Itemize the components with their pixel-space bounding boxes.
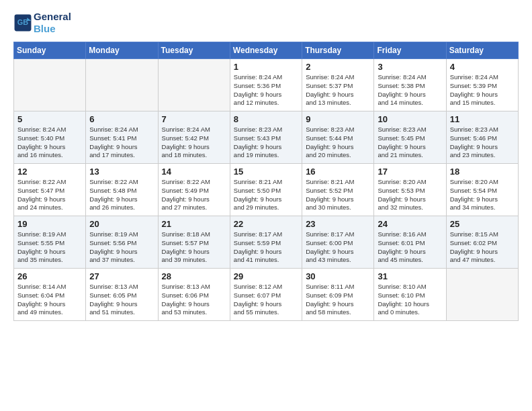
day-info: Sunrise: 8:20 AMSunset: 5:54 PMDaylight:… bbox=[450, 178, 515, 212]
calendar-cell: 14Sunrise: 8:22 AMSunset: 5:49 PMDayligh… bbox=[158, 164, 230, 216]
calendar-cell: 15Sunrise: 8:21 AMSunset: 5:50 PMDayligh… bbox=[230, 164, 302, 216]
weekday-saturday: Saturday bbox=[446, 42, 518, 59]
calendar-cell: 4Sunrise: 8:24 AMSunset: 5:39 PMDaylight… bbox=[446, 59, 518, 111]
day-number: 14 bbox=[162, 167, 226, 177]
page: GB General Blue SundayMondayTuesdayWedne… bbox=[0, 0, 532, 411]
calendar-cell: 8Sunrise: 8:23 AMSunset: 5:43 PMDaylight… bbox=[230, 111, 302, 164]
calendar-cell: 11Sunrise: 8:23 AMSunset: 5:46 PMDayligh… bbox=[446, 111, 518, 164]
logo: GB General Blue bbox=[13, 11, 71, 35]
day-number: 22 bbox=[234, 219, 298, 229]
day-number: 17 bbox=[378, 167, 442, 177]
svg-text:GB: GB bbox=[17, 18, 28, 26]
calendar-cell: 5Sunrise: 8:24 AMSunset: 5:40 PMDaylight… bbox=[14, 111, 86, 164]
calendar-cell: 24Sunrise: 8:16 AMSunset: 6:01 PMDayligh… bbox=[374, 216, 446, 269]
day-number: 3 bbox=[378, 62, 442, 72]
calendar-week-0: 1Sunrise: 8:24 AMSunset: 5:36 PMDaylight… bbox=[14, 59, 519, 111]
calendar-cell: 6Sunrise: 8:24 AMSunset: 5:41 PMDaylight… bbox=[86, 111, 158, 164]
calendar-cell: 31Sunrise: 8:10 AMSunset: 6:10 PMDayligh… bbox=[374, 269, 446, 321]
calendar-cell: 17Sunrise: 8:20 AMSunset: 5:53 PMDayligh… bbox=[374, 164, 446, 216]
calendar-week-2: 12Sunrise: 8:22 AMSunset: 5:47 PMDayligh… bbox=[14, 164, 519, 216]
day-number: 28 bbox=[162, 271, 226, 281]
logo-icon: GB bbox=[13, 13, 32, 32]
day-info: Sunrise: 8:10 AMSunset: 6:10 PMDaylight:… bbox=[378, 283, 442, 317]
calendar-cell: 27Sunrise: 8:13 AMSunset: 6:05 PMDayligh… bbox=[86, 269, 158, 321]
day-info: Sunrise: 8:22 AMSunset: 5:48 PMDaylight:… bbox=[89, 178, 154, 212]
day-number: 21 bbox=[162, 219, 226, 229]
day-number: 27 bbox=[89, 271, 154, 281]
calendar-cell: 12Sunrise: 8:22 AMSunset: 5:47 PMDayligh… bbox=[14, 164, 86, 216]
calendar-cell: 21Sunrise: 8:18 AMSunset: 5:57 PMDayligh… bbox=[158, 216, 230, 269]
day-info: Sunrise: 8:13 AMSunset: 6:05 PMDaylight:… bbox=[89, 283, 154, 317]
day-number: 29 bbox=[234, 271, 298, 281]
day-number: 25 bbox=[450, 219, 515, 229]
day-number: 18 bbox=[450, 167, 515, 177]
day-number: 23 bbox=[306, 219, 370, 229]
weekday-sunday: Sunday bbox=[14, 42, 86, 59]
calendar-cell: 26Sunrise: 8:14 AMSunset: 6:04 PMDayligh… bbox=[14, 269, 86, 321]
day-number: 12 bbox=[17, 167, 82, 177]
calendar-cell bbox=[446, 269, 518, 321]
calendar-cell: 20Sunrise: 8:19 AMSunset: 5:56 PMDayligh… bbox=[86, 216, 158, 269]
day-number: 13 bbox=[89, 167, 154, 177]
day-number: 5 bbox=[17, 114, 82, 124]
day-number: 1 bbox=[234, 62, 298, 72]
calendar-cell: 30Sunrise: 8:11 AMSunset: 6:09 PMDayligh… bbox=[302, 269, 374, 321]
weekday-thursday: Thursday bbox=[302, 42, 374, 59]
day-number: 10 bbox=[378, 114, 442, 124]
calendar-cell: 29Sunrise: 8:12 AMSunset: 6:07 PMDayligh… bbox=[230, 269, 302, 321]
calendar-cell: 2Sunrise: 8:24 AMSunset: 5:37 PMDaylight… bbox=[302, 59, 374, 111]
calendar-cell bbox=[14, 59, 86, 111]
day-info: Sunrise: 8:24 AMSunset: 5:36 PMDaylight:… bbox=[234, 73, 298, 107]
day-info: Sunrise: 8:21 AMSunset: 5:52 PMDaylight:… bbox=[306, 178, 370, 212]
day-info: Sunrise: 8:23 AMSunset: 5:46 PMDaylight:… bbox=[450, 126, 515, 160]
day-number: 31 bbox=[378, 271, 442, 281]
day-number: 9 bbox=[306, 114, 370, 124]
day-info: Sunrise: 8:14 AMSunset: 6:04 PMDaylight:… bbox=[17, 283, 82, 317]
day-number: 16 bbox=[306, 167, 370, 177]
calendar-cell: 1Sunrise: 8:24 AMSunset: 5:36 PMDaylight… bbox=[230, 59, 302, 111]
logo-line1: General bbox=[34, 11, 71, 23]
weekday-monday: Monday bbox=[86, 42, 158, 59]
day-info: Sunrise: 8:11 AMSunset: 6:09 PMDaylight:… bbox=[306, 283, 370, 317]
day-number: 24 bbox=[378, 219, 442, 229]
day-info: Sunrise: 8:16 AMSunset: 6:01 PMDaylight:… bbox=[378, 230, 442, 265]
day-info: Sunrise: 8:17 AMSunset: 5:59 PMDaylight:… bbox=[234, 230, 298, 265]
logo-line2: Blue bbox=[34, 23, 71, 35]
day-info: Sunrise: 8:17 AMSunset: 6:00 PMDaylight:… bbox=[306, 230, 370, 265]
day-info: Sunrise: 8:24 AMSunset: 5:37 PMDaylight:… bbox=[306, 73, 370, 107]
header: GB General Blue bbox=[13, 11, 519, 35]
day-number: 8 bbox=[234, 114, 298, 124]
day-number: 6 bbox=[89, 114, 154, 124]
calendar-cell: 28Sunrise: 8:13 AMSunset: 6:06 PMDayligh… bbox=[158, 269, 230, 321]
day-info: Sunrise: 8:24 AMSunset: 5:39 PMDaylight:… bbox=[450, 73, 515, 107]
weekday-wednesday: Wednesday bbox=[230, 42, 302, 59]
calendar-cell: 7Sunrise: 8:24 AMSunset: 5:42 PMDaylight… bbox=[158, 111, 230, 164]
calendar-week-1: 5Sunrise: 8:24 AMSunset: 5:40 PMDaylight… bbox=[14, 111, 519, 164]
weekday-tuesday: Tuesday bbox=[158, 42, 230, 59]
day-info: Sunrise: 8:24 AMSunset: 5:38 PMDaylight:… bbox=[378, 73, 442, 107]
calendar-cell bbox=[86, 59, 158, 111]
weekday-header-row: SundayMondayTuesdayWednesdayThursdayFrid… bbox=[14, 42, 519, 59]
day-info: Sunrise: 8:19 AMSunset: 5:55 PMDaylight:… bbox=[17, 230, 82, 265]
calendar-cell: 18Sunrise: 8:20 AMSunset: 5:54 PMDayligh… bbox=[446, 164, 518, 216]
calendar-cell: 3Sunrise: 8:24 AMSunset: 5:38 PMDaylight… bbox=[374, 59, 446, 111]
day-number: 26 bbox=[17, 271, 82, 281]
day-info: Sunrise: 8:18 AMSunset: 5:57 PMDaylight:… bbox=[162, 230, 226, 265]
day-info: Sunrise: 8:24 AMSunset: 5:42 PMDaylight:… bbox=[162, 126, 226, 160]
day-info: Sunrise: 8:20 AMSunset: 5:53 PMDaylight:… bbox=[378, 178, 442, 212]
calendar-cell: 19Sunrise: 8:19 AMSunset: 5:55 PMDayligh… bbox=[14, 216, 86, 269]
calendar-cell: 13Sunrise: 8:22 AMSunset: 5:48 PMDayligh… bbox=[86, 164, 158, 216]
day-info: Sunrise: 8:13 AMSunset: 6:06 PMDaylight:… bbox=[162, 283, 226, 317]
calendar-table: SundayMondayTuesdayWednesdayThursdayFrid… bbox=[13, 42, 519, 321]
day-number: 15 bbox=[234, 167, 298, 177]
calendar-cell: 16Sunrise: 8:21 AMSunset: 5:52 PMDayligh… bbox=[302, 164, 374, 216]
calendar-cell: 10Sunrise: 8:23 AMSunset: 5:45 PMDayligh… bbox=[374, 111, 446, 164]
calendar-week-3: 19Sunrise: 8:19 AMSunset: 5:55 PMDayligh… bbox=[14, 216, 519, 269]
day-info: Sunrise: 8:24 AMSunset: 5:41 PMDaylight:… bbox=[89, 126, 154, 160]
calendar-cell: 23Sunrise: 8:17 AMSunset: 6:00 PMDayligh… bbox=[302, 216, 374, 269]
weekday-friday: Friday bbox=[374, 42, 446, 59]
day-info: Sunrise: 8:23 AMSunset: 5:43 PMDaylight:… bbox=[234, 126, 298, 160]
day-number: 30 bbox=[306, 271, 370, 281]
day-number: 7 bbox=[162, 114, 226, 124]
calendar-week-4: 26Sunrise: 8:14 AMSunset: 6:04 PMDayligh… bbox=[14, 269, 519, 321]
